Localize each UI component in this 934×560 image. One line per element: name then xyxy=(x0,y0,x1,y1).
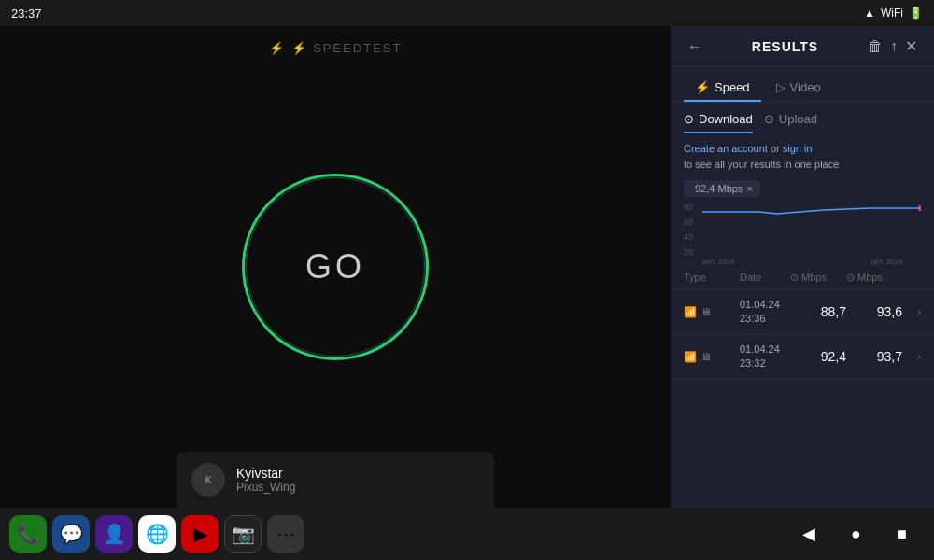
row-type-icons: 📶 🖥 xyxy=(684,306,740,318)
tab-video[interactable]: ▷ Video xyxy=(765,75,832,102)
promo-or: or xyxy=(771,143,783,154)
svg-text:20: 20 xyxy=(684,247,693,257)
provider-logo: K xyxy=(191,463,225,497)
status-icons: ▲ WiFi 🔋 xyxy=(864,7,923,20)
chevron-right-icon-2: › xyxy=(902,350,921,363)
go-button[interactable]: GO xyxy=(242,174,429,360)
col-download: ⊙ Mbps xyxy=(790,272,846,284)
speedtest-main: ⚡ ⚡ SPEEDTEST GO K Kyivstar Pixus_Wing xyxy=(0,26,671,508)
upload-label: Upload xyxy=(779,112,817,126)
sub-tab-download[interactable]: ⊙ Download xyxy=(684,112,753,133)
app-phone[interactable]: 📞 xyxy=(9,515,47,553)
app-contacts[interactable]: 👤 xyxy=(95,515,133,553)
status-bar: 23:37 ▲ WiFi 🔋 xyxy=(0,0,934,26)
device-type-icon-2: 🖥 xyxy=(700,351,711,362)
promo-rest: to see all your results in one place xyxy=(684,159,839,170)
svg-point-8 xyxy=(918,205,921,211)
table-row[interactable]: 📶 🖥 01.04.24 23:32 92,4 93,7 › xyxy=(671,335,934,380)
create-account-link[interactable]: Create an account xyxy=(684,143,768,154)
tab-video-icon: ▷ xyxy=(776,80,785,94)
back-button[interactable]: ← xyxy=(684,36,706,57)
col-upload: ⊙ Mbps xyxy=(846,272,902,284)
chevron-right-icon: › xyxy=(902,305,921,318)
tab-speed-label: Speed xyxy=(715,80,750,94)
row-upload-2: 93,7 xyxy=(846,349,902,364)
results-panel: ← RESULTS 🗑 ↑ ✕ ⚡ Speed ▷ Video ⊙ Downlo… xyxy=(671,26,934,560)
wifi-type-icon-2: 📶 xyxy=(684,351,697,363)
share-button[interactable]: ↑ xyxy=(886,36,901,57)
app-youtube[interactable]: ▶ xyxy=(181,515,219,553)
row-date-2: 01.04.24 23:32 xyxy=(740,343,790,371)
download-label: Download xyxy=(699,112,753,126)
download-icon: ⊙ xyxy=(684,112,694,126)
delete-button[interactable]: 🗑 xyxy=(864,36,886,57)
row-type-icons: 📶 🖥 xyxy=(684,351,740,363)
row-time1: 23:36 xyxy=(740,313,766,324)
wifi-icon: ▲ xyxy=(864,7,875,20)
battery-icon: 🔋 xyxy=(909,7,923,20)
row-download-1: 88,7 xyxy=(790,304,846,319)
speedtest-logo-icon: ⚡ xyxy=(269,41,286,55)
go-label: GO xyxy=(305,247,365,287)
provider-info: Kyivstar Pixus_Wing xyxy=(236,466,295,494)
row-date2: 01.04.24 xyxy=(740,343,780,355)
results-title: RESULTS xyxy=(706,39,864,54)
svg-text:квіт. 2024: квіт. 2024 xyxy=(702,258,735,266)
provider-bar: K Kyivstar Pixus_Wing xyxy=(177,452,494,508)
device-type-icon: 🖥 xyxy=(700,306,711,317)
row-upload-1: 93,6 xyxy=(846,304,902,319)
taskbar-apps: 📞 💬 👤 🌐 ▶ 📷 ⋯ xyxy=(0,515,785,553)
android-taskbar: 📞 💬 👤 🌐 ▶ 📷 ⋯ ◀ ● ■ xyxy=(0,508,934,560)
row-download-2: 92,4 xyxy=(790,349,846,364)
speedtest-logo: ⚡ ⚡ SPEEDTEST xyxy=(269,41,403,55)
app-drawer[interactable]: ⋯ xyxy=(267,515,304,553)
col-type: Type xyxy=(684,272,740,284)
provider-icon: K xyxy=(205,475,212,485)
tab-speed[interactable]: ⚡ Speed xyxy=(684,75,761,102)
wifi-signal-icon: WiFi xyxy=(881,7,903,20)
chart-badge-suffix: × xyxy=(746,183,752,194)
promo-text: Create an account or sign in to see all … xyxy=(671,133,934,175)
chart-badge-value: 92,4 Mbps xyxy=(695,183,743,194)
row-date: 01.04.24 23:36 xyxy=(740,298,790,327)
sign-in-link[interactable]: sign in xyxy=(783,143,813,154)
results-tabs: ⚡ Speed ▷ Video xyxy=(671,67,934,103)
app-chrome[interactable]: 🌐 xyxy=(138,515,176,553)
tab-speed-icon: ⚡ xyxy=(695,80,710,94)
svg-text:квіт. 2024: квіт. 2024 xyxy=(870,258,903,266)
col-date: Date xyxy=(740,272,790,284)
row-date1: 01.04.24 xyxy=(740,299,780,310)
chart-area: 80 60 40 20 квіт. 2024 квіт. 2024 xyxy=(684,201,921,266)
back-nav-button[interactable]: ◀ xyxy=(802,524,815,544)
wifi-type-icon: 📶 xyxy=(684,306,697,318)
close-button[interactable]: ✕ xyxy=(901,35,921,57)
svg-text:80: 80 xyxy=(684,203,693,212)
results-header: ← RESULTS 🗑 ↑ ✕ xyxy=(671,26,934,67)
table-row[interactable]: 📶 🖥 01.04.24 23:36 88,7 93,6 › xyxy=(671,290,934,335)
sub-tab-upload[interactable]: ⊙ Upload xyxy=(764,112,817,133)
svg-text:60: 60 xyxy=(684,217,693,227)
row-time2: 23:32 xyxy=(740,357,766,369)
table-header: Type Date ⊙ Mbps ⊙ Mbps xyxy=(671,266,934,290)
app-camera[interactable]: 📷 xyxy=(224,515,262,553)
speedtest-logo-text: ⚡ SPEEDTEST xyxy=(291,41,403,55)
chart-badge: 92,4 Mbps × xyxy=(684,180,760,197)
provider-sub: Pixus_Wing xyxy=(236,481,295,494)
svg-text:40: 40 xyxy=(684,232,693,242)
tab-video-label: Video xyxy=(790,80,821,94)
provider-name: Kyivstar xyxy=(236,466,295,481)
upload-icon: ⊙ xyxy=(764,112,774,126)
status-time: 23:37 xyxy=(11,7,42,21)
recents-nav-button[interactable]: ■ xyxy=(897,525,907,544)
taskbar-nav: ◀ ● ■ xyxy=(785,524,934,544)
sub-tabs: ⊙ Download ⊙ Upload xyxy=(671,103,934,133)
app-messages[interactable]: 💬 xyxy=(52,515,90,553)
chart-container: 92,4 Mbps × 80 60 40 20 квіт. 2024 xyxy=(671,179,934,266)
home-nav-button[interactable]: ● xyxy=(851,525,861,544)
